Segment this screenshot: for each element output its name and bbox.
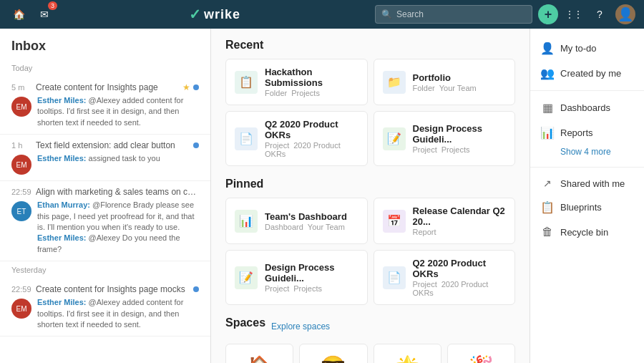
card-context: Your Team (439, 84, 477, 92)
card-name: Team's Dashboard (265, 211, 349, 222)
sidebar-item-label: Shared with me (560, 178, 625, 189)
inbox-actions: ★ (182, 82, 199, 92)
inbox-icon: ✉ (40, 9, 49, 20)
card-info: Q2 2020 Product OKRs Project2020 Product… (265, 119, 358, 158)
help-button[interactable]: ? (590, 4, 610, 24)
recent-card-q2okrs[interactable]: 📄 Q2 2020 Product OKRs Project2020 Produ… (225, 111, 368, 166)
sidebar-divider-2 (530, 167, 644, 168)
blueprint-icon: 📋 (540, 200, 555, 214)
space-card-product-desi[interactable]: 🌟 Product Desi... (374, 344, 441, 363)
list-item[interactable]: 22:59 Create content for Insights page m… (0, 279, 210, 337)
recent-card-hackathon[interactable]: 📋 Hackathon Submissions FolderProjects (225, 59, 368, 105)
inbox-button[interactable]: ✉ 3 (34, 4, 54, 24)
spaces-grid: 🏠 Personal 😎 Your Team 🌟 Product Desi...… (225, 344, 515, 363)
card-icon: 📊 (235, 210, 258, 233)
mention-name: Esther Miles: (37, 154, 86, 163)
card-info: Design Process Guideli... ProjectProject… (265, 262, 358, 293)
card-name: Q2 2020 Product OKRs (413, 258, 507, 279)
avatar: EM (11, 299, 31, 319)
card-type: Dashboard (265, 223, 303, 231)
sidebar-item-reports[interactable]: 📊 Reports (530, 120, 644, 145)
notification-badge: 3 (48, 1, 57, 10)
sidebar-item-label: Reports (560, 127, 593, 138)
card-info: Team's Dashboard DashboardYour Team (265, 211, 349, 231)
search-placeholder: Search (396, 9, 424, 19)
space-card-your-team[interactable]: 😎 Your Team (299, 344, 367, 363)
inbox-message-text: Ethan Murray: @Florence Brady please see… (37, 200, 199, 255)
card-info: Q2 2020 Product OKRs Project2020 Product… (413, 258, 507, 297)
sidebar-show-more[interactable]: Show 4 more (530, 145, 644, 163)
card-context: Projects (441, 145, 470, 154)
dashboard-icon: ▦ (540, 101, 555, 115)
pinned-section-title: Pinned (225, 178, 515, 190)
sidebar-item-label: Created by me (560, 68, 621, 79)
list-item[interactable]: 22:59 Align with marketing & sales teams… (0, 181, 210, 261)
sidebar-item-dashboards[interactable]: ▦ Dashboards (530, 95, 644, 120)
pinned-card-dashboard[interactable]: 📊 Team's Dashboard DashboardYour Team (225, 198, 368, 244)
sidebar-item-blueprints[interactable]: 📋 Blueprints (530, 195, 644, 220)
card-meta: FolderProjects (265, 89, 358, 97)
card-type: Report (413, 228, 436, 236)
recent-card-portfolio[interactable]: 📁 Portfolio FolderYour Team (374, 59, 516, 105)
topnav: 🏠 ✉ 3 ✓ wrike 🔍 Search + ⋮⋮ ? 👤 (0, 0, 644, 29)
space-card-personal[interactable]: 🏠 Personal (225, 344, 293, 363)
sidebar-item-shared-with-me[interactable]: ↗ Shared with me (530, 172, 644, 195)
star-icon[interactable]: ★ (182, 82, 190, 92)
recent-section-title: Recent (225, 39, 515, 52)
logo-check-icon: ✓ (189, 6, 201, 23)
inbox-message-text: Esther Miles: @Alexey added content for … (37, 297, 199, 330)
recent-card-design[interactable]: 📝 Design Process Guideli... ProjectProje… (374, 111, 516, 166)
card-info: Release Calendar Q2 20... Report (413, 205, 507, 236)
sidebar-item-created-by-me[interactable]: 👥 Created by me (530, 61, 644, 86)
pinned-card-calendar[interactable]: 📅 Release Calendar Q2 20... Report (374, 198, 516, 244)
logo: ✓ wrike (62, 6, 368, 23)
person-check-icon: 👤 (540, 42, 555, 55)
inbox-message-text: Esther Miles: @Alexey added content for … (37, 95, 199, 128)
sidebar-item-mytodo[interactable]: 👤 My to-do (530, 36, 644, 61)
avatar: EM (11, 155, 31, 175)
pinned-card-q2okrs[interactable]: 📄 Q2 2020 Product OKRs Project2020 Produ… (374, 250, 516, 305)
card-type: Project (265, 141, 289, 150)
mention-name: Esther Miles: (37, 298, 86, 306)
card-name: Design Process Guideli... (265, 262, 358, 284)
avatar-img: 👤 (618, 6, 633, 22)
user-avatar[interactable]: 👤 (615, 4, 635, 24)
person-plus-icon: 👥 (540, 67, 555, 80)
unread-dot (193, 84, 199, 90)
space-card-office[interactable]: 🎉 Office (447, 344, 515, 363)
add-button[interactable]: + (538, 4, 558, 24)
card-type: Project (265, 284, 289, 293)
space-emoji: 😎 (321, 354, 346, 363)
list-item[interactable]: 5 m Create content for Insights page ★ E… (0, 77, 210, 135)
card-icon: 📁 (383, 71, 406, 94)
search-bar[interactable]: 🔍 Search (375, 5, 532, 24)
sidebar-divider-1 (530, 90, 644, 91)
inbox-time: 22:59 (11, 188, 31, 196)
inbox-subject: Text field extension: add clear button (36, 140, 189, 150)
card-meta: Project2020 Product OKRs (413, 280, 507, 297)
sidebar-item-label: Recycle bin (560, 227, 608, 238)
list-item[interactable]: 1 h Text field extension: add clear butt… (0, 135, 210, 181)
card-type: Project (413, 145, 437, 154)
card-icon: 📅 (383, 210, 406, 233)
topnav-right: 🔍 Search + ⋮⋮ ? 👤 (375, 4, 635, 24)
sidebar-item-recycle-bin[interactable]: 🗑 Recycle bin (530, 220, 644, 244)
sidebar-item-label: My to-do (560, 43, 597, 54)
card-name: Design Process Guideli... (413, 123, 507, 145)
card-icon: 📄 (235, 127, 258, 150)
avatar: ET (11, 201, 31, 221)
card-name: Hackathon Submissions (265, 67, 358, 88)
card-info: Portfolio FolderYour Team (413, 72, 481, 92)
pinned-card-design[interactable]: 📝 Design Process Guideli... ProjectProje… (225, 250, 368, 305)
inbox-message-text: Esther Miles: assigned task to you (37, 153, 160, 175)
mention-name-2: Esther Miles: (37, 233, 86, 242)
card-context: Projects (293, 284, 322, 293)
topnav-left: 🏠 ✉ 3 (9, 4, 54, 24)
explore-spaces-link[interactable]: Explore spaces (271, 321, 330, 331)
space-emoji: 🏠 (247, 354, 272, 363)
inbox-title: Inbox (0, 29, 210, 59)
home-button[interactable]: 🏠 (9, 4, 29, 24)
card-context: Projects (291, 89, 320, 97)
apps-button[interactable]: ⋮⋮ (564, 4, 584, 24)
inbox-date-yesterday: Yesterday (0, 261, 210, 279)
